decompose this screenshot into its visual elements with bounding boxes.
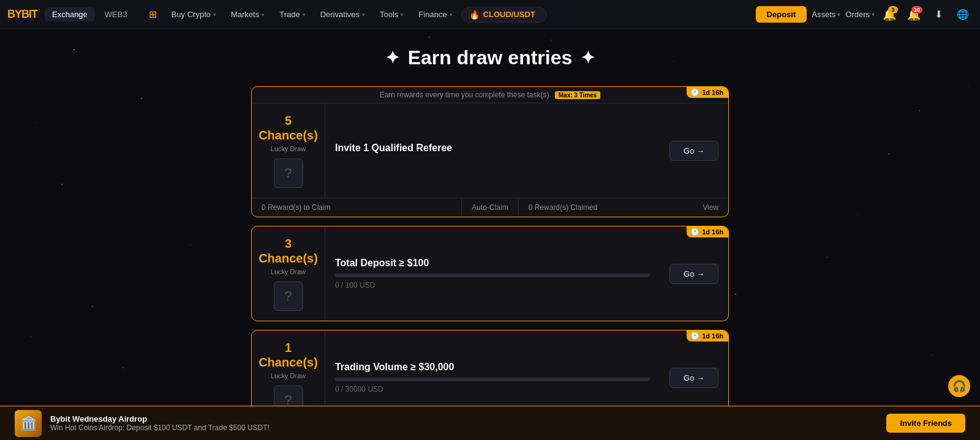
progress-bar-2 xyxy=(335,274,650,277)
task-card-2: 🕐 1d 16h 3 Chance(s) Lucky Draw ? Total … xyxy=(251,226,729,321)
progress-text-3: 0 / 30000 USD xyxy=(335,385,650,393)
chances-count-1: 5 Chance(s) xyxy=(257,113,320,143)
lucky-draw-label-3: Lucky Draw xyxy=(271,372,306,379)
navbar: BYBIT Exchange WEB3 ⊞ Buy Crypto▾ Market… xyxy=(0,0,980,29)
card-inner-2: 3 Chance(s) Lucky Draw ? Total Deposit ≥… xyxy=(252,226,728,321)
deposit-button[interactable]: Deposit xyxy=(756,6,807,23)
reward-row-1: 0 Reward(s) to Claim Auto-Claim 0 Reward… xyxy=(252,198,728,217)
nav-finance[interactable]: Finance▾ xyxy=(412,7,458,21)
task-card-1: 🕐 1d 16h Earn rewards every time you com… xyxy=(251,86,729,217)
timer-badge-3: 🕐 1d 16h xyxy=(687,330,728,341)
notif-badge: 10 xyxy=(911,6,922,13)
orders-btn[interactable]: Orders▾ xyxy=(845,10,875,19)
sparkle-left: ✦ xyxy=(385,48,399,68)
go-button-3[interactable]: Go → xyxy=(669,368,718,388)
card-body-2: Total Deposit ≥ $100 0 / 100 USD xyxy=(325,226,660,321)
go-button-1[interactable]: Go → xyxy=(669,141,718,161)
page-title: ✦ Earn draw entries ✦ xyxy=(385,47,595,69)
card-left-2: 3 Chance(s) Lucky Draw ? xyxy=(252,226,325,321)
globe-btn[interactable]: 🌐 xyxy=(953,5,973,24)
auto-claim-btn[interactable]: Auto-Claim xyxy=(461,198,518,217)
main-content: ✦ Earn draw entries ✦ 🕐 1d 16h Earn rewa… xyxy=(0,29,980,440)
timer-badge-1: 🕐 1d 16h xyxy=(687,87,728,98)
bottom-banner: 🏛️ Bybit Wednesday Airdrop Win Hot Coins… xyxy=(0,406,980,440)
notification-btn[interactable]: 🔔 10 xyxy=(904,5,924,24)
nav-markets[interactable]: Markets▾ xyxy=(225,7,271,21)
fire-icon: 🔥 xyxy=(469,10,480,20)
banner-text: Bybit Wednesday Airdrop Win Hot Coins Ai… xyxy=(50,414,878,432)
gift-icon-1: ? xyxy=(274,158,303,188)
task-title-2: Total Deposit ≥ $100 xyxy=(335,258,650,269)
max-badge: Max: 3 Times xyxy=(555,91,601,99)
banner-subtitle: Win Hot Coins Airdrop: Deposit $100 USDT… xyxy=(50,423,878,432)
invite-friends-button[interactable]: Invite Friends xyxy=(886,414,965,433)
search-text: CLOUD/USDT xyxy=(483,10,535,19)
nav-buy-crypto[interactable]: Buy Crypto▾ xyxy=(165,7,222,21)
banner-title: Bybit Wednesday Airdrop xyxy=(50,414,878,423)
support-button[interactable]: 🎧 xyxy=(948,375,970,397)
logo[interactable]: BYBIT xyxy=(7,8,37,21)
card-right-2: Go → xyxy=(660,226,728,321)
reward-right: 0 Reward(s) Claimed View xyxy=(519,198,728,217)
progress-bar-3 xyxy=(335,378,650,381)
sparkle-right: ✦ xyxy=(581,48,595,68)
nav-right: Deposit Assets▾ Orders▾ 🔔 3 🔔 10 ⬇ 🌐 xyxy=(756,5,973,24)
nav-tab-exchange[interactable]: Exchange xyxy=(45,7,95,21)
card-left-1: 5 Chance(s) Lucky Draw ? xyxy=(252,103,325,198)
chances-count-2: 3 Chance(s) xyxy=(257,236,320,266)
nav-trade[interactable]: Trade▾ xyxy=(273,7,311,21)
card-right-1: Go → xyxy=(660,103,728,198)
assets-btn[interactable]: Assets▾ xyxy=(812,10,840,19)
go-button-2[interactable]: Go → xyxy=(669,264,718,284)
nav-tab-web3[interactable]: WEB3 xyxy=(97,7,135,21)
grid-icon-btn[interactable]: ⊞ xyxy=(143,5,163,24)
nav-derivatives[interactable]: Derivatives▾ xyxy=(314,7,371,21)
search-box[interactable]: 🔥 CLOUD/USDT xyxy=(461,7,547,23)
card-header-info: Earn rewards every time you complete the… xyxy=(252,87,728,103)
card-body-1: Invite 1 Qualified Referee xyxy=(325,103,660,198)
lucky-draw-label-1: Lucky Draw xyxy=(271,145,306,152)
progress-text-2: 0 / 100 USD xyxy=(335,281,650,289)
task-title-1: Invite 1 Qualified Referee xyxy=(335,143,650,154)
bell-badge: 3 xyxy=(888,6,898,13)
banner-image: 🏛️ xyxy=(15,410,42,437)
download-btn[interactable]: ⬇ xyxy=(929,5,948,24)
cards-container: 🕐 1d 16h Earn rewards every time you com… xyxy=(251,86,729,440)
bell-btn[interactable]: 🔔 3 xyxy=(880,5,899,24)
chances-count-3: 1 Chance(s) xyxy=(257,340,320,370)
reward-left: 0 Reward(s) to Claim xyxy=(252,198,461,217)
gift-icon-2: ? xyxy=(274,282,303,311)
card-inner-1: 5 Chance(s) Lucky Draw ? Invite 1 Qualif… xyxy=(252,103,728,198)
nav-tools[interactable]: Tools▾ xyxy=(374,7,410,21)
task-title-3: Trading Volume ≥ $30,000 xyxy=(335,362,650,373)
timer-badge-2: 🕐 1d 16h xyxy=(687,226,728,237)
view-btn[interactable]: View xyxy=(703,203,718,212)
lucky-draw-label-2: Lucky Draw xyxy=(271,268,306,275)
